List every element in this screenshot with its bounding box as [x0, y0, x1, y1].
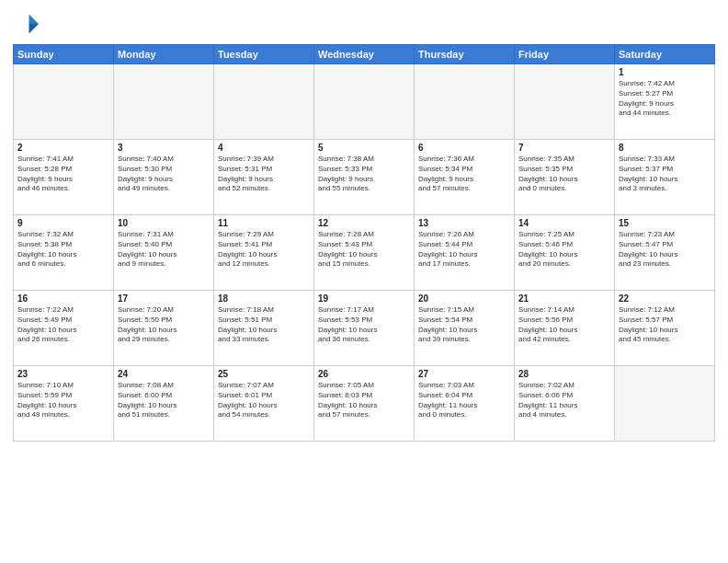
day-number: 11 [218, 218, 310, 228]
calendar-cell: 21Sunrise: 7:14 AM Sunset: 5:56 PM Dayli… [515, 291, 615, 366]
calendar-cell: 23Sunrise: 7:10 AM Sunset: 5:59 PM Dayli… [14, 366, 114, 442]
day-number: 12 [318, 218, 410, 228]
calendar-cell: 17Sunrise: 7:20 AM Sunset: 5:50 PM Dayli… [114, 291, 214, 366]
day-number: 23 [17, 369, 109, 379]
logo-icon [13, 11, 39, 37]
calendar-week-row: 9Sunrise: 7:32 AM Sunset: 5:38 PM Daylig… [14, 215, 715, 291]
weekday-header: Saturday [615, 45, 715, 64]
calendar-cell: 24Sunrise: 7:08 AM Sunset: 6:00 PM Dayli… [114, 366, 214, 442]
cell-info: Sunrise: 7:42 AM Sunset: 5:27 PM Dayligh… [619, 79, 711, 119]
cell-info: Sunrise: 7:29 AM Sunset: 5:41 PM Dayligh… [218, 230, 310, 270]
calendar-body: 1Sunrise: 7:42 AM Sunset: 5:27 PM Daylig… [14, 64, 715, 442]
calendar-cell: 22Sunrise: 7:12 AM Sunset: 5:57 PM Dayli… [615, 291, 715, 366]
calendar-cell: 2Sunrise: 7:41 AM Sunset: 5:28 PM Daylig… [14, 140, 114, 215]
day-number: 10 [118, 218, 210, 228]
day-number: 9 [17, 218, 109, 228]
cell-info: Sunrise: 7:02 AM Sunset: 6:06 PM Dayligh… [518, 381, 610, 420]
day-number: 13 [418, 218, 510, 228]
day-number: 21 [518, 293, 610, 304]
calendar-cell: 8Sunrise: 7:33 AM Sunset: 5:37 PM Daylig… [615, 140, 715, 215]
cell-info: Sunrise: 7:41 AM Sunset: 5:28 PM Dayligh… [17, 155, 109, 194]
cell-info: Sunrise: 7:23 AM Sunset: 5:47 PM Dayligh… [619, 230, 711, 270]
cell-info: Sunrise: 7:14 AM Sunset: 5:56 PM Dayligh… [518, 305, 610, 345]
calendar-cell: 16Sunrise: 7:22 AM Sunset: 5:49 PM Dayli… [14, 291, 114, 366]
cell-info: Sunrise: 7:39 AM Sunset: 5:31 PM Dayligh… [218, 155, 310, 194]
day-number: 17 [118, 293, 210, 304]
cell-info: Sunrise: 7:40 AM Sunset: 5:30 PM Dayligh… [118, 155, 210, 194]
calendar-cell [14, 64, 114, 140]
day-number: 14 [518, 218, 610, 228]
cell-info: Sunrise: 7:07 AM Sunset: 6:01 PM Dayligh… [218, 381, 310, 420]
svg-marker-0 [29, 15, 40, 25]
day-number: 27 [418, 369, 510, 379]
calendar-cell [515, 64, 615, 140]
calendar-cell: 28Sunrise: 7:02 AM Sunset: 6:06 PM Dayli… [515, 366, 615, 442]
calendar-week-row: 23Sunrise: 7:10 AM Sunset: 5:59 PM Dayli… [14, 366, 715, 442]
calendar-cell: 14Sunrise: 7:25 AM Sunset: 5:46 PM Dayli… [515, 215, 615, 291]
day-number: 16 [17, 293, 109, 304]
day-number: 5 [318, 143, 410, 153]
cell-info: Sunrise: 7:38 AM Sunset: 5:33 PM Dayligh… [318, 155, 410, 194]
day-number: 20 [418, 293, 510, 304]
weekday-header: Sunday [14, 45, 114, 64]
weekday-header: Monday [114, 45, 214, 64]
calendar-cell [615, 366, 715, 442]
day-number: 18 [218, 293, 310, 304]
cell-info: Sunrise: 7:28 AM Sunset: 5:43 PM Dayligh… [318, 230, 410, 270]
day-number: 1 [619, 67, 711, 77]
weekday-header: Tuesday [214, 45, 314, 64]
day-number: 28 [518, 369, 610, 379]
calendar-cell: 7Sunrise: 7:35 AM Sunset: 5:35 PM Daylig… [515, 140, 615, 215]
calendar-cell: 11Sunrise: 7:29 AM Sunset: 5:41 PM Dayli… [214, 215, 314, 291]
calendar-cell: 19Sunrise: 7:17 AM Sunset: 5:53 PM Dayli… [314, 291, 415, 366]
calendar-cell: 9Sunrise: 7:32 AM Sunset: 5:38 PM Daylig… [14, 215, 114, 291]
weekday-header: Thursday [415, 45, 515, 64]
weekday-header: Friday [515, 45, 615, 64]
day-number: 24 [118, 369, 210, 379]
calendar-cell: 12Sunrise: 7:28 AM Sunset: 5:43 PM Dayli… [314, 215, 415, 291]
calendar-cell: 3Sunrise: 7:40 AM Sunset: 5:30 PM Daylig… [114, 140, 214, 215]
calendar-cell: 25Sunrise: 7:07 AM Sunset: 6:01 PM Dayli… [214, 366, 314, 442]
cell-info: Sunrise: 7:35 AM Sunset: 5:35 PM Dayligh… [518, 155, 610, 194]
day-number: 2 [17, 143, 109, 153]
cell-info: Sunrise: 7:22 AM Sunset: 5:49 PM Dayligh… [17, 305, 109, 345]
cell-info: Sunrise: 7:26 AM Sunset: 5:44 PM Dayligh… [418, 230, 510, 270]
cell-info: Sunrise: 7:05 AM Sunset: 6:03 PM Dayligh… [318, 381, 410, 420]
svg-marker-1 [29, 24, 40, 34]
cell-info: Sunrise: 7:36 AM Sunset: 5:34 PM Dayligh… [418, 155, 510, 194]
cell-info: Sunrise: 7:25 AM Sunset: 5:46 PM Dayligh… [518, 230, 610, 270]
calendar-cell [214, 64, 314, 140]
calendar-header-row: SundayMondayTuesdayWednesdayThursdayFrid… [14, 45, 715, 64]
calendar-cell: 20Sunrise: 7:15 AM Sunset: 5:54 PM Dayli… [415, 291, 515, 366]
calendar-cell: 26Sunrise: 7:05 AM Sunset: 6:03 PM Dayli… [314, 366, 415, 442]
calendar-cell [114, 64, 214, 140]
cell-info: Sunrise: 7:08 AM Sunset: 6:00 PM Dayligh… [118, 381, 210, 420]
calendar-week-row: 2Sunrise: 7:41 AM Sunset: 5:28 PM Daylig… [14, 140, 715, 215]
day-number: 19 [318, 293, 410, 304]
cell-info: Sunrise: 7:20 AM Sunset: 5:50 PM Dayligh… [118, 305, 210, 345]
calendar-cell: 4Sunrise: 7:39 AM Sunset: 5:31 PM Daylig… [214, 140, 314, 215]
calendar-cell: 27Sunrise: 7:03 AM Sunset: 6:04 PM Dayli… [415, 366, 515, 442]
day-number: 22 [619, 293, 711, 304]
calendar-week-row: 1Sunrise: 7:42 AM Sunset: 5:27 PM Daylig… [14, 64, 715, 140]
cell-info: Sunrise: 7:12 AM Sunset: 5:57 PM Dayligh… [619, 305, 711, 345]
day-number: 25 [218, 369, 310, 379]
calendar-cell [415, 64, 515, 140]
calendar-week-row: 16Sunrise: 7:22 AM Sunset: 5:49 PM Dayli… [14, 291, 715, 366]
weekday-header: Wednesday [314, 45, 415, 64]
day-number: 8 [619, 143, 711, 153]
calendar-cell: 6Sunrise: 7:36 AM Sunset: 5:34 PM Daylig… [415, 140, 515, 215]
cell-info: Sunrise: 7:18 AM Sunset: 5:51 PM Dayligh… [218, 305, 310, 345]
calendar-cell: 1Sunrise: 7:42 AM Sunset: 5:27 PM Daylig… [615, 64, 715, 140]
page: SundayMondayTuesdayWednesdayThursdayFrid… [0, 0, 728, 563]
header [13, 11, 715, 37]
cell-info: Sunrise: 7:17 AM Sunset: 5:53 PM Dayligh… [318, 305, 410, 345]
logo [13, 11, 40, 37]
calendar-cell: 15Sunrise: 7:23 AM Sunset: 5:47 PM Dayli… [615, 215, 715, 291]
cell-info: Sunrise: 7:33 AM Sunset: 5:37 PM Dayligh… [619, 155, 711, 194]
day-number: 4 [218, 143, 310, 153]
calendar-cell [314, 64, 415, 140]
calendar-cell: 18Sunrise: 7:18 AM Sunset: 5:51 PM Dayli… [214, 291, 314, 366]
cell-info: Sunrise: 7:10 AM Sunset: 5:59 PM Dayligh… [17, 381, 109, 420]
day-number: 15 [619, 218, 711, 228]
